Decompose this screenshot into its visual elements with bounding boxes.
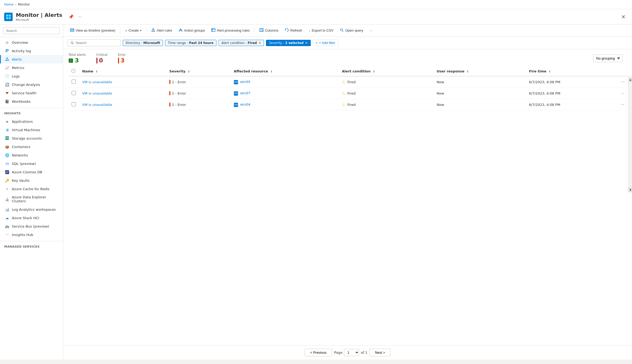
view-timeline-button[interactable]: View as timeline (preview) xyxy=(67,27,118,34)
add-filter-button[interactable]: + + Add filter xyxy=(313,40,338,46)
row3-resource-link[interactable]: win04 xyxy=(240,102,250,106)
user-response-sort-icon[interactable]: ↕ xyxy=(467,70,469,73)
affected-resource-col: Affected resource ↕ xyxy=(231,66,339,76)
toolbar-sep-1 xyxy=(120,27,120,34)
select-all-checkbox[interactable] xyxy=(72,69,75,72)
sidebar-item-networks[interactable]: 🌐 Networks xyxy=(0,151,63,159)
sidebar-item-workbooks[interactable]: 📓 Workbooks xyxy=(0,97,63,106)
name-sort-icon[interactable]: ↕ xyxy=(96,70,98,73)
directory-filter[interactable]: Directory : Microsoft xyxy=(123,40,163,46)
critical-label: Critical xyxy=(96,53,107,57)
svg-rect-31 xyxy=(118,58,119,63)
previous-page-button[interactable]: < Previous xyxy=(305,349,332,356)
more-header-button[interactable]: ··· xyxy=(77,13,82,20)
svg-rect-3 xyxy=(9,17,11,19)
row3-name-link[interactable]: VM is unavailable xyxy=(82,103,112,107)
columns-button[interactable]: Columns xyxy=(257,27,281,34)
breadcrumb-home[interactable]: Home xyxy=(4,3,13,6)
row3-checkbox[interactable] xyxy=(72,102,76,106)
row1-resource-link[interactable]: win05 xyxy=(240,80,250,84)
sidebar-divider-2 xyxy=(0,241,63,241)
metrics-icon: 📈 xyxy=(5,66,9,70)
main-content: View as timeline (preview) + Create ▾ Al… xyxy=(63,24,632,360)
row3-condition-text: Fired xyxy=(347,103,355,107)
sidebar-item-log-analytics[interactable]: 📊 Log Analytics workspaces xyxy=(0,205,63,214)
sidebar-search-area xyxy=(0,24,63,37)
sidebar-item-virtual-machines[interactable]: 🖥 Virtual Machines xyxy=(0,126,63,134)
page-label: Page xyxy=(334,351,342,355)
create-button[interactable]: + Create ▾ xyxy=(122,27,144,34)
sidebar-item-containers[interactable]: 📦 Containers xyxy=(0,142,63,151)
row3-severity-cell: 1 - Error xyxy=(166,99,231,110)
alert-condition-close[interactable]: ✕ xyxy=(258,41,261,45)
sidebar-item-data-explorer[interactable]: 🔬 Azure Data Explorer Clusters xyxy=(0,193,63,205)
sidebar-item-cosmos-db[interactable]: 🌌 Azure Cosmos DB xyxy=(0,168,63,176)
fire-time-sort-icon[interactable]: ↕ xyxy=(549,70,551,73)
row1-checkbox[interactable] xyxy=(72,80,76,84)
more-toolbar-button[interactable]: ··· xyxy=(367,27,375,34)
close-button[interactable]: ✕ xyxy=(619,13,628,21)
row3-more-button[interactable]: ··· xyxy=(619,102,626,107)
row2-condition-icon: ⚠ xyxy=(342,91,345,95)
sidebar-item-service-bus[interactable]: 🚌 Service Bus (preview) xyxy=(0,222,63,230)
add-filter-label: + Add filter xyxy=(319,41,335,45)
next-page-button[interactable]: Next > xyxy=(369,349,391,356)
sidebar-item-overview[interactable]: ⊙ Overview xyxy=(0,38,63,47)
affected-resource-sort-icon[interactable]: ↕ xyxy=(270,70,272,73)
sidebar-item-change-analysis[interactable]: 🔄 Change Analysis xyxy=(0,80,63,89)
row2-resource-link[interactable]: win07 xyxy=(240,91,250,95)
row2-checkbox[interactable] xyxy=(72,91,76,95)
sidebar-item-alerts[interactable]: Alerts xyxy=(0,55,63,63)
sidebar-search-input[interactable] xyxy=(3,27,60,34)
toolbar-sep-3 xyxy=(254,27,255,34)
severity-sort-icon[interactable]: ↕ xyxy=(188,70,190,73)
filter-search-input[interactable] xyxy=(76,41,118,45)
view-timeline-label: View as timeline (preview) xyxy=(76,28,115,32)
fire-time-col: Fire time ↕ xyxy=(526,66,616,76)
sidebar-item-redis[interactable]: ⚡ Azure Cache for Redis xyxy=(0,185,63,193)
scroll-down-button[interactable]: ▼ xyxy=(629,188,632,192)
alert-rules-button[interactable]: Alert rules xyxy=(149,27,175,34)
alert-processing-button[interactable]: Alert processing rules xyxy=(209,27,252,34)
open-query-button[interactable]: Open query xyxy=(337,27,366,34)
sidebar-item-sql-preview[interactable]: 🗃 SQL (preview) xyxy=(0,159,63,168)
row1-name-link[interactable]: VM is unavailable xyxy=(82,80,112,84)
sidebar-item-key-vaults[interactable]: 🔑 Key Vaults xyxy=(0,176,63,185)
service-bus-icon: 🚌 xyxy=(5,224,9,228)
refresh-button[interactable]: Refresh xyxy=(282,27,305,34)
insights-section: ◈ Applications 🖥 Virtual Machines Storag… xyxy=(0,116,63,240)
page-select[interactable]: 1 xyxy=(344,349,359,356)
action-groups-button[interactable]: Action groups xyxy=(176,27,208,34)
sidebar-item-stack-hci[interactable]: ☁ Azure Stack HCI xyxy=(0,214,63,222)
svg-rect-9 xyxy=(5,136,9,137)
sidebar-item-label: Storage accounts xyxy=(12,136,42,140)
alert-condition-filter[interactable]: Alert condition : Fired ✕ xyxy=(219,40,264,46)
alert-condition-sort-icon[interactable]: ↕ xyxy=(373,70,375,73)
sidebar-item-logs[interactable]: 📄 Logs xyxy=(0,72,63,80)
svg-line-27 xyxy=(73,43,73,44)
sidebar-item-label: Overview xyxy=(12,41,28,45)
sidebar-item-insights-hub[interactable]: ··· Insights Hub xyxy=(0,230,63,239)
pin-button[interactable]: 📌 xyxy=(67,13,75,20)
export-csv-button[interactable]: ↓ Export to CSV xyxy=(306,27,336,34)
severity-filter[interactable]: Severity : 2 selected ✕ xyxy=(266,40,310,46)
scroll-up-button[interactable]: ▲ xyxy=(629,77,632,82)
sidebar-main-section: ⊙ Overview Activity log Alerts 📈 Metrics xyxy=(0,37,63,107)
grouping-select[interactable]: No grouping By resource By alert rule By… xyxy=(593,55,623,62)
severity-close[interactable]: ✕ xyxy=(305,41,308,45)
sidebar-item-activity-log[interactable]: Activity log xyxy=(0,47,63,55)
sidebar-item-storage-accounts[interactable]: Storage accounts xyxy=(0,134,63,142)
time-range-filter[interactable]: Time range : Past 24 hours xyxy=(165,40,216,46)
svg-rect-7 xyxy=(7,59,7,60)
svg-rect-8 xyxy=(7,60,7,61)
sidebar-item-applications[interactable]: ◈ Applications xyxy=(0,117,63,126)
row1-more-button[interactable]: ··· xyxy=(619,79,626,85)
breadcrumb-current: Monitor xyxy=(18,3,30,6)
row1-condition-icon: ⚠ xyxy=(342,80,345,84)
insights-section-header: Insights xyxy=(0,109,63,116)
row2-name-link[interactable]: VM is unavailable xyxy=(82,91,112,95)
toolbar-sep-2 xyxy=(146,27,146,34)
row2-more-button[interactable]: ··· xyxy=(619,90,626,96)
sidebar-item-service-health[interactable]: ❤ Service health xyxy=(0,89,63,97)
sidebar-item-metrics[interactable]: 📈 Metrics xyxy=(0,63,63,72)
